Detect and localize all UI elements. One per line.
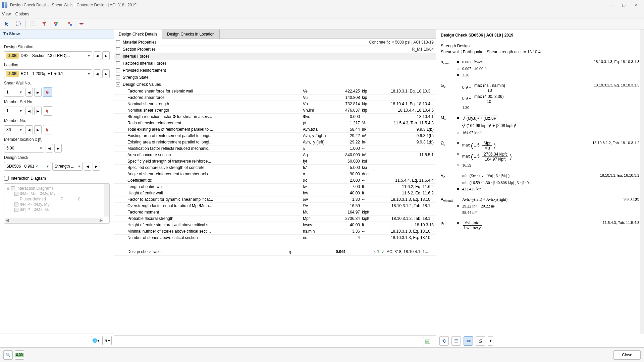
- next-button[interactable]: ▶: [34, 107, 42, 115]
- prev-button[interactable]: ◀: [94, 51, 101, 60]
- svg-text:x=¾: x=¾: [466, 339, 471, 343]
- prev-button[interactable]: ◀: [25, 125, 33, 134]
- close-icon[interactable]: ✕: [633, 2, 639, 8]
- design-situation-combo[interactable]: 2.3E DS2 - Section 2.3 (LRFD)...: [4, 51, 92, 60]
- section-internal[interactable]: +Internal Forces: [114, 53, 436, 60]
- table-row: Existing area of reinforcement parallel …: [114, 139, 436, 145]
- prev-button[interactable]: ◀: [25, 88, 33, 97]
- loading-combo[interactable]: 2.3E RC1 - 1.20D/p + L + 0.1...: [4, 69, 92, 78]
- check-ok-icon: ✓: [36, 164, 39, 169]
- prev-button[interactable]: ◀: [25, 107, 33, 115]
- member-no-combo[interactable]: 86: [4, 125, 24, 134]
- section-provided[interactable]: +Provided Reinforcement: [114, 67, 436, 74]
- table-row: Total existing area of reinforcement par…: [114, 126, 436, 133]
- left-panel-header: To Show: [0, 29, 114, 39]
- box-select-icon[interactable]: [14, 19, 23, 28]
- maximize-icon[interactable]: ▢: [621, 2, 627, 8]
- table-row: Nominal shear strengthVn,lim476.837kip18…: [114, 107, 436, 114]
- toolbar: [0, 18, 644, 29]
- member-no-label: Member No.: [4, 118, 110, 123]
- table-row: Factored shear forceVu140.808kip: [114, 95, 436, 101]
- sheet-icon[interactable]: [29, 19, 37, 28]
- table-row: Factored momentMu164.97kipft: [114, 209, 436, 216]
- table-row: Existing area of reinforcement parallel …: [114, 133, 436, 139]
- next-button[interactable]: ▶: [54, 144, 62, 153]
- pick-icon[interactable]: [43, 106, 52, 116]
- member-set-combo[interactable]: 1: [4, 107, 24, 115]
- titlebar: Design Check Details | Shear Walls | Con…: [0, 0, 644, 10]
- svg-point-8: [55, 24, 57, 26]
- table-row: Specified compressive strength of concre…: [114, 165, 436, 171]
- svg-rect-4: [31, 22, 35, 26]
- screenshot-icon[interactable]: [423, 337, 432, 346]
- dropdown-icon[interactable]: ▾: [488, 336, 493, 346]
- svg-rect-3: [16, 22, 20, 26]
- search-icon[interactable]: 🔍: [3, 350, 13, 360]
- print-icon[interactable]: 🖨: [476, 336, 485, 346]
- interaction-diagram-checkbox[interactable]: [4, 176, 9, 181]
- graph-icon[interactable]: [66, 19, 74, 28]
- svg-rect-1: [5, 2, 7, 5]
- section-values[interactable]: −Design Check Values: [114, 81, 436, 88]
- colors-icon[interactable]: [51, 19, 60, 28]
- tab-details[interactable]: Design Check Details: [114, 29, 162, 39]
- check-ok-icon: ✓: [381, 249, 385, 254]
- back-icon[interactable]: [439, 336, 449, 346]
- svg-point-7: [56, 22, 58, 24]
- table-row: Number of stories above critical section…: [114, 235, 436, 241]
- shear-wall-label: Shear Wall No.: [4, 81, 110, 85]
- section-strength[interactable]: +Strength State: [114, 74, 436, 81]
- table-row: Coefficient αcαc2.000--11.5.4.4, Eq. 11.…: [114, 177, 436, 184]
- table-row: Minimal number of stories above critical…: [114, 228, 436, 235]
- svg-rect-15: [426, 341, 429, 343]
- table-row: Length of entire walllw7.00ft11.6.2, Eq.…: [114, 184, 436, 190]
- section-icon[interactable]: [77, 19, 86, 28]
- svg-rect-2: [5, 5, 7, 8]
- rp-sub1: Strength Design: [436, 43, 644, 49]
- next-button[interactable]: ▶: [102, 51, 110, 60]
- next-button[interactable]: ▶: [34, 125, 42, 134]
- pick-icon[interactable]: [43, 87, 52, 97]
- minimize-icon[interactable]: —: [608, 2, 614, 8]
- location-label: Member location x [ft]: [4, 137, 110, 142]
- menu-view[interactable]: View: [2, 12, 11, 16]
- formula-icon[interactable]: x=¾: [464, 336, 473, 346]
- section-factored[interactable]: +Factored Internal Forces: [114, 60, 436, 67]
- tab-location[interactable]: Design Checks in Location: [162, 29, 220, 39]
- globe-icon[interactable]: 🌐▾: [91, 336, 100, 345]
- precision-icon[interactable]: 0,00: [15, 350, 24, 360]
- next-button[interactable]: ▶: [93, 162, 100, 171]
- middle-panel: Design Check Details Design Checks in Lo…: [114, 29, 436, 347]
- menubar: View Options: [0, 10, 644, 18]
- select-icon[interactable]: [3, 19, 11, 28]
- prev-button[interactable]: ◀: [84, 162, 91, 171]
- section-material[interactable]: +Material PropertiesConcrete f'c = 5000 …: [114, 39, 436, 46]
- menu-options[interactable]: Options: [15, 12, 29, 16]
- filter-icon[interactable]: [40, 19, 49, 28]
- bottombar: 🔍 0,00 Close: [0, 347, 644, 362]
- ratio-row: Design check ratio η 0.961 -- ≤ 1 ✓ ACI …: [114, 248, 436, 256]
- prev-button[interactable]: ◀: [46, 144, 53, 153]
- next-button[interactable]: ▶: [34, 88, 42, 97]
- table-row: Factor to account for dynamic shear ampl…: [114, 196, 436, 203]
- prev-button[interactable]: ◀: [94, 69, 101, 78]
- design-check-label: Design check: [4, 155, 110, 160]
- scrollbar[interactable]: [640, 29, 644, 334]
- location-combo[interactable]: 5.00: [4, 144, 44, 153]
- close-button[interactable]: Close: [613, 350, 641, 360]
- section-section[interactable]: +Section PropertiesR_M1 10/84: [114, 46, 436, 53]
- svg-rect-0: [2, 2, 4, 8]
- rp-title: Design Check SD0506 | ACI 318 | 2019: [436, 29, 644, 38]
- pick-icon[interactable]: [43, 125, 52, 134]
- design-situation-label: Design Situation: [4, 45, 110, 49]
- rp-sub2: Shear wall | Earthquake | Shear strength…: [436, 49, 644, 55]
- left-panel: To Show Design Situation 2.3E DS2 - Sect…: [0, 29, 114, 347]
- list-icon[interactable]: [451, 336, 461, 346]
- design-check-combo[interactable]: SD0506 0.961 ✓: [4, 162, 51, 171]
- next-button[interactable]: ▶: [102, 69, 110, 78]
- shear-wall-combo[interactable]: 1: [4, 88, 24, 97]
- design-check-type-combo[interactable]: Strength ...: [52, 162, 83, 171]
- print-icon[interactable]: 🖨▾: [102, 336, 112, 345]
- app-icon: [1, 2, 8, 8]
- right-panel: Design Check SD0506 | ACI 318 | 2019 Str…: [436, 29, 644, 347]
